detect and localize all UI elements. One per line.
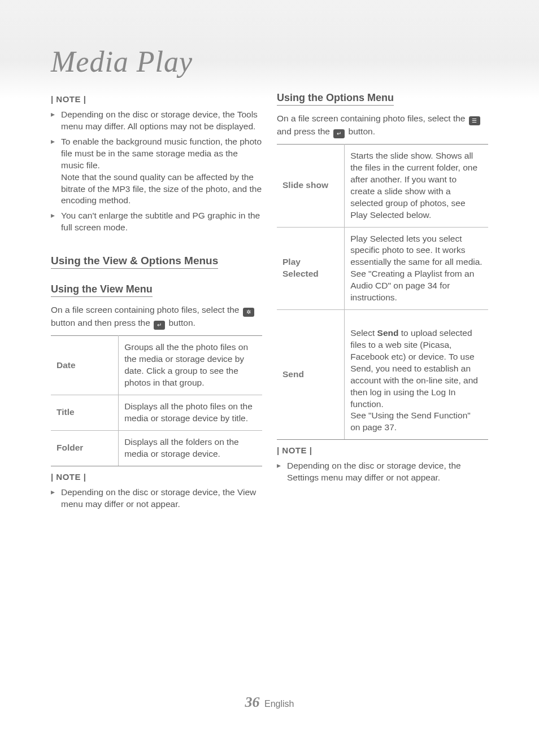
page-number: 36	[245, 694, 260, 710]
page-title: Media Play	[51, 45, 505, 78]
enter-icon: ↵	[333, 129, 345, 138]
page-language: English	[264, 699, 294, 709]
lead-text: button.	[168, 318, 195, 327]
table-row: Folder Displays all the folders on the m…	[51, 430, 262, 466]
row-desc: Play Selected lets you select specific p…	[345, 227, 488, 310]
left-column: | NOTE | Depending on the disc or storag…	[51, 90, 262, 521]
row-name: Play Selected	[277, 227, 345, 310]
subsection-heading-options-menu: Using the Options Menu	[277, 92, 394, 106]
desc-text: to upload selected files to a web site (…	[350, 328, 478, 432]
table-row: Send Select Send to upload selected file…	[277, 310, 488, 440]
note-item: To enable the background music function,…	[51, 134, 262, 209]
lead-text: button.	[349, 126, 375, 136]
row-name: Send	[277, 310, 345, 440]
row-name: Title	[51, 395, 119, 430]
note-label: | NOTE |	[277, 445, 488, 455]
row-desc: Select Send to upload selected files to …	[345, 310, 488, 440]
row-name: Date	[51, 336, 119, 395]
right-column: Using the Options Menu On a file screen …	[277, 90, 488, 521]
table-row: Title Displays all the photo files on th…	[51, 395, 262, 430]
note-label: | NOTE |	[51, 472, 262, 482]
lead-text: On a file screen containing photo files,…	[277, 113, 468, 123]
note-item: Depending on the disc or storage device,…	[51, 107, 262, 134]
gear-icon: ✲	[243, 308, 254, 317]
notes-list-bottom: Depending on the disc or storage device,…	[51, 485, 262, 512]
note-item: You can't enlarge the subtitle and PG gr…	[51, 208, 262, 235]
notes-list-right: Depending on the disc or storage device,…	[277, 458, 488, 486]
row-desc: Starts the slide show. Shows all the fil…	[345, 145, 488, 228]
enter-icon: ↵	[154, 321, 165, 330]
lead-text: On a file screen containing photo files,…	[51, 305, 242, 314]
options-menu-lead: On a file screen containing photo files,…	[277, 112, 488, 138]
note-label: | NOTE |	[51, 94, 262, 104]
note-item: Depending on the disc or storage device,…	[51, 485, 262, 512]
row-desc: Displays all the photo files on the medi…	[119, 395, 262, 430]
desc-bold: Send	[377, 328, 399, 338]
options-menu-table: Slide show Starts the slide show. Shows …	[277, 144, 488, 440]
row-name: Folder	[51, 430, 119, 466]
row-desc: Displays all the folders on the media or…	[119, 430, 262, 466]
section-heading-view-options: Using the View & Options Menus	[51, 255, 218, 269]
table-row: Play Selected Play Selected lets you sel…	[277, 227, 488, 310]
row-desc: Groups all the the photo files on the me…	[119, 336, 262, 395]
desc-text: Select	[350, 328, 377, 338]
subsection-heading-view-menu: Using the View Menu	[51, 283, 153, 297]
row-name: Slide show	[277, 145, 345, 228]
view-menu-lead: On a file screen containing photo files,…	[51, 304, 262, 330]
table-row: Slide show Starts the slide show. Shows …	[277, 145, 488, 228]
table-row: Date Groups all the the photo files on t…	[51, 336, 262, 395]
page-footer: 36 English	[0, 694, 539, 711]
options-icon: ☰	[469, 116, 480, 125]
notes-list-top: Depending on the disc or storage device,…	[51, 107, 262, 235]
lead-text: and press the	[277, 126, 332, 136]
note-item: Depending on the disc or storage device,…	[277, 458, 488, 486]
lead-text: button and then press the	[51, 318, 153, 327]
view-menu-table: Date Groups all the the photo files on t…	[51, 335, 262, 466]
